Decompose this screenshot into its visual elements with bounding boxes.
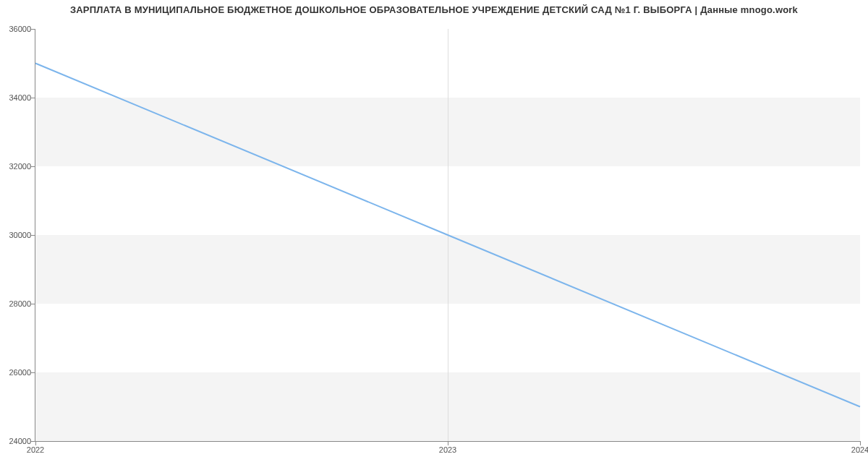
y-tick-label: 32000	[9, 162, 35, 171]
y-tick-label: 30000	[9, 231, 35, 239]
y-tick-label: 36000	[9, 25, 35, 33]
y-tick-label: 34000	[9, 93, 35, 102]
x-tick-label: 2023	[439, 441, 456, 454]
y-tick-label: 28000	[9, 299, 35, 308]
line-layer	[35, 29, 860, 441]
x-tick-label: 2024	[851, 441, 868, 454]
series-line-salary	[35, 64, 860, 407]
chart-title: ЗАРПЛАТА В МУНИЦИПАЛЬНОЕ БЮДЖЕТНОЕ ДОШКО…	[0, 4, 868, 15]
plot-area: 24000 26000 28000 30000 32000 34000 3600…	[35, 29, 860, 442]
x-tick-label: 2022	[27, 441, 44, 454]
y-tick-label: 26000	[9, 368, 35, 377]
